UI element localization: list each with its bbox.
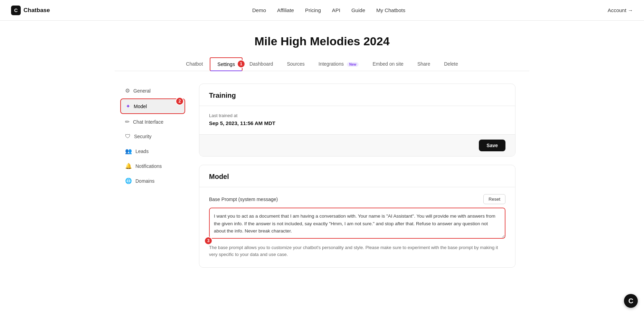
model-body: Base Prompt (system message) Reset 3 The… <box>199 187 515 267</box>
sidebar-item-leads[interactable]: 👥 Leads <box>120 144 185 158</box>
globe-icon: 🌐 <box>125 178 132 184</box>
sidebar-item-domains[interactable]: 🌐 Domains <box>120 174 185 188</box>
sidebar-item-security[interactable]: 🛡 Security <box>120 130 185 143</box>
page-content: Mile High Melodies 2024 Chatbot 1 Settin… <box>115 21 529 297</box>
logo-text: Chatbase <box>23 7 50 14</box>
sidebar-item-chat-interface[interactable]: ✏ Chat Interface <box>120 115 185 129</box>
sidebar-label-model: Model <box>134 104 147 109</box>
prompt-hint: The base prompt allows you to customize … <box>209 244 505 258</box>
training-save-button[interactable]: Save <box>479 140 505 151</box>
tab-embed[interactable]: Embed on site <box>366 58 410 71</box>
nav-api[interactable]: API <box>332 7 340 13</box>
base-prompt-label: Base Prompt (system message) <box>209 197 278 202</box>
sidebar: ⚙ General 2 ✦ Model ✏ Chat Interface 🛡 S… <box>115 84 191 276</box>
annotation-2: 2 <box>176 97 184 105</box>
chat-interface-icon: ✏ <box>125 118 130 125</box>
sidebar-item-notifications[interactable]: 🔔 Notifications <box>120 159 185 173</box>
nav-guide[interactable]: Guide <box>351 7 365 13</box>
gear-icon: ⚙ <box>125 87 130 94</box>
sidebar-label-general: General <box>133 88 151 94</box>
header: C Chatbase Demo Affiliate Pricing API Gu… <box>0 0 644 21</box>
bot-title: Mile High Melodies 2024 <box>115 35 529 48</box>
training-body: Last trained at Sep 5, 2023, 11:56 AM MD… <box>199 106 515 134</box>
base-prompt-input[interactable] <box>209 208 505 239</box>
chatbase-watermark[interactable]: C <box>624 294 638 297</box>
textarea-wrap: 3 <box>209 208 505 240</box>
nav-pricing[interactable]: Pricing <box>305 7 321 13</box>
reset-button[interactable]: Reset <box>483 194 505 204</box>
logo[interactable]: C Chatbase <box>11 6 50 15</box>
leads-icon: 👥 <box>125 148 132 154</box>
sidebar-label-leads: Leads <box>135 149 149 154</box>
model-title: Model <box>199 165 515 181</box>
annotation-3: 3 <box>204 237 212 245</box>
account-menu[interactable]: Account → <box>608 7 633 13</box>
sidebar-label-chat-interface: Chat Interface <box>133 119 163 125</box>
bell-icon: 🔔 <box>125 163 132 169</box>
tab-integrations[interactable]: Integrations New <box>312 58 366 71</box>
sidebar-label-notifications: Notifications <box>135 163 162 169</box>
tab-settings-wrap: 1 Settings <box>210 61 243 67</box>
tab-delete[interactable]: Delete <box>437 58 465 71</box>
integrations-new-badge: New <box>347 62 359 67</box>
nav-demo[interactable]: Demo <box>252 7 266 13</box>
sidebar-label-security: Security <box>134 134 152 139</box>
model-card: Model Base Prompt (system message) Reset… <box>199 165 515 268</box>
training-footer: Save <box>199 134 515 156</box>
annotation-1: 1 <box>237 60 245 68</box>
sidebar-item-general[interactable]: ⚙ General <box>120 84 185 98</box>
last-trained-label: Last trained at <box>209 113 505 118</box>
model-icon: ✦ <box>126 103 130 110</box>
prompt-label-row: Base Prompt (system message) Reset <box>209 194 505 204</box>
shield-icon: 🛡 <box>125 133 131 140</box>
nav-my-chatbots[interactable]: My Chatbots <box>376 7 405 13</box>
last-trained-date: Sep 5, 2023, 11:56 AM MDT <box>209 120 505 126</box>
tab-sources[interactable]: Sources <box>280 58 311 71</box>
main-nav: Demo Affiliate Pricing API Guide My Chat… <box>252 7 405 13</box>
sidebar-label-domains: Domains <box>135 178 154 184</box>
tab-share[interactable]: Share <box>410 58 437 71</box>
logo-icon: C <box>11 6 21 15</box>
main-layout: ⚙ General 2 ✦ Model ✏ Chat Interface 🛡 S… <box>115 84 529 276</box>
training-title: Training <box>199 84 515 99</box>
training-card: Training Last trained at Sep 5, 2023, 11… <box>199 84 515 156</box>
tab-chatbot[interactable]: Chatbot <box>179 58 210 71</box>
nav-affiliate[interactable]: Affiliate <box>277 7 294 13</box>
sidebar-item-model-wrap: 2 ✦ Model <box>120 98 185 114</box>
tabs-bar: Chatbot 1 Settings Dashboard Sources Int… <box>115 58 529 71</box>
tab-dashboard[interactable]: Dashboard <box>243 58 280 71</box>
content-area: Training Last trained at Sep 5, 2023, 11… <box>191 84 529 276</box>
